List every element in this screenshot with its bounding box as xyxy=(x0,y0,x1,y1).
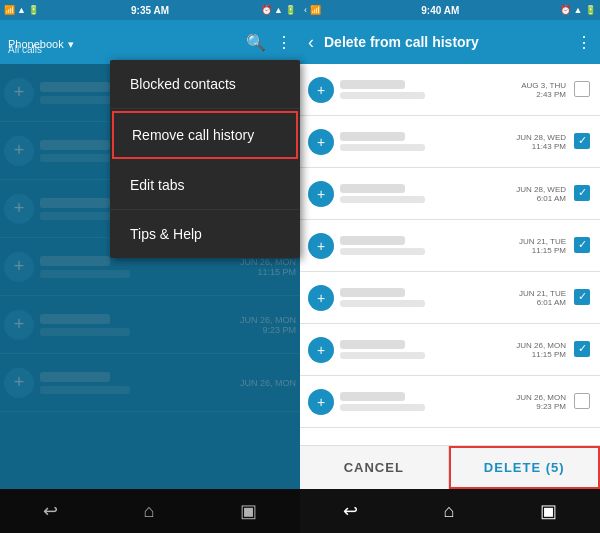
add-history-icon[interactable]: + xyxy=(308,129,334,155)
history-info xyxy=(340,184,516,203)
history-item: + JUN 26, MON9:23 PM xyxy=(300,376,600,428)
history-name xyxy=(340,236,405,245)
checkbox-3[interactable]: ✓ xyxy=(574,185,592,203)
add-history-icon[interactable]: + xyxy=(308,285,334,311)
dropdown-menu: Blocked contacts Remove call history Edi… xyxy=(110,60,300,258)
history-item: + JUN 21, TUE11:15 PM ✓ xyxy=(300,220,600,272)
edit-tabs-menu-item[interactable]: Edit tabs xyxy=(110,161,300,210)
recent-nav-icon-right[interactable]: ▣ xyxy=(540,500,557,522)
right-status-icons-right: ⏰ ▲ 🔋 xyxy=(560,5,596,15)
blocked-contacts-menu-item[interactable]: Blocked contacts xyxy=(110,60,300,109)
right-status-icons-left: ‹ 📶 xyxy=(304,5,321,15)
top-icons: 🔍 ⋮ xyxy=(246,33,292,52)
checked-box[interactable]: ✓ xyxy=(574,185,590,201)
battery2-icon: 🔋 xyxy=(285,5,296,15)
history-date: JUN 28, WED6:01 AM xyxy=(516,185,566,203)
history-date: JUN 21, TUE11:15 PM xyxy=(519,237,566,255)
history-item: + JUN 28, WED11:43 PM ✓ xyxy=(300,116,600,168)
checkbox-2[interactable]: ✓ xyxy=(574,133,592,151)
tips-help-menu-item[interactable]: Tips & Help xyxy=(110,210,300,258)
history-list: + AUG 3, THU2:43 PM + JUN 28, WED11:43 P… xyxy=(300,64,600,445)
right-nav-bar: ↩ ⌂ ▣ xyxy=(300,489,600,533)
history-info xyxy=(340,340,516,359)
signal2-icon: ▲ xyxy=(274,5,283,15)
right-screen: ‹ 📶 9:40 AM ⏰ ▲ 🔋 ‹ Delete from call his… xyxy=(300,0,600,533)
add-history-icon[interactable]: + xyxy=(308,77,334,103)
battery-icon: 🔋 xyxy=(28,5,39,15)
history-name xyxy=(340,288,405,297)
history-number xyxy=(340,196,425,203)
checkbox-1[interactable] xyxy=(574,81,592,99)
history-name xyxy=(340,340,405,349)
delete-title: Delete from call history xyxy=(324,34,570,50)
left-status-icons-right: ⏰ ▲ 🔋 xyxy=(261,5,296,15)
history-number xyxy=(340,404,425,411)
add-history-icon[interactable]: + xyxy=(308,181,334,207)
delete-button[interactable]: DELETE (5) xyxy=(449,446,601,489)
history-number xyxy=(340,300,425,307)
history-name xyxy=(340,184,405,193)
add-history-icon[interactable]: + xyxy=(308,389,334,415)
unchecked-box[interactable] xyxy=(574,393,590,409)
history-date: JUN 21, TUE6:01 AM xyxy=(519,289,566,307)
right-top-bar: ‹ Delete from call history ⋮ xyxy=(300,20,600,64)
history-item: + JUN 21, TUE6:01 AM ✓ xyxy=(300,272,600,324)
history-number xyxy=(340,144,425,151)
history-item: + JUN 26, MON11:15 PM ✓ xyxy=(300,324,600,376)
checked-box[interactable]: ✓ xyxy=(574,237,590,253)
left-status-bar: 📶 ▲ 🔋 9:35 AM ⏰ ▲ 🔋 xyxy=(0,0,300,20)
cancel-button[interactable]: CANCEL xyxy=(300,446,449,489)
signal4-icon: ▲ xyxy=(574,5,583,15)
history-date: JUN 26, MON11:15 PM xyxy=(516,341,566,359)
history-item: + JUN 28, WED6:01 AM ✓ xyxy=(300,168,600,220)
right-time: 9:40 AM xyxy=(421,5,459,16)
history-info xyxy=(340,236,519,255)
alarm-icon: ⏰ xyxy=(261,5,272,15)
phonebook-title: Phonebook ▾ xyxy=(8,34,240,51)
checkbox-7[interactable] xyxy=(574,393,592,411)
history-number xyxy=(340,92,425,99)
history-name xyxy=(340,132,405,141)
bottom-action-bar: CANCEL DELETE (5) xyxy=(300,445,600,489)
history-date: AUG 3, THU2:43 PM xyxy=(521,81,566,99)
signal-icon: 📶 xyxy=(4,5,15,15)
search-icon[interactable]: 🔍 xyxy=(246,33,266,52)
history-date: JUN 28, WED11:43 PM xyxy=(516,133,566,151)
dropdown-arrow[interactable]: ▾ xyxy=(68,38,74,50)
history-info xyxy=(340,132,516,151)
checked-box[interactable]: ✓ xyxy=(574,133,590,149)
history-date: JUN 26, MON9:23 PM xyxy=(516,393,566,411)
signal3-icon: 📶 xyxy=(310,5,321,15)
home-nav-icon-right[interactable]: ⌂ xyxy=(444,501,455,522)
history-number xyxy=(340,352,425,359)
more-icon[interactable]: ⋮ xyxy=(276,33,292,52)
checkbox-5[interactable]: ✓ xyxy=(574,289,592,307)
checked-box[interactable]: ✓ xyxy=(574,341,590,357)
battery3-icon: 🔋 xyxy=(585,5,596,15)
add-history-icon[interactable]: + xyxy=(308,337,334,363)
right-status-bar: ‹ 📶 9:40 AM ⏰ ▲ 🔋 xyxy=(300,0,600,20)
all-calls-subtitle: All calls xyxy=(8,44,42,55)
left-top-bar: Phonebook ▾ 🔍 ⋮ xyxy=(0,20,300,64)
back-icon-status: ‹ xyxy=(304,5,307,15)
history-number xyxy=(340,248,425,255)
history-name xyxy=(340,80,405,89)
left-status-icons-left: 📶 ▲ 🔋 xyxy=(4,5,39,15)
history-item: + AUG 3, THU2:43 PM xyxy=(300,64,600,116)
checked-box[interactable]: ✓ xyxy=(574,289,590,305)
back-nav-icon-right[interactable]: ↩ xyxy=(343,500,358,522)
add-history-icon[interactable]: + xyxy=(308,233,334,259)
back-button[interactable]: ‹ xyxy=(308,32,314,53)
history-name xyxy=(340,392,405,401)
left-time: 9:35 AM xyxy=(131,5,169,16)
unchecked-box[interactable] xyxy=(574,81,590,97)
right-more-icon[interactable]: ⋮ xyxy=(576,33,592,52)
checkbox-4[interactable]: ✓ xyxy=(574,237,592,255)
history-info xyxy=(340,80,521,99)
remove-call-history-menu-item[interactable]: Remove call history xyxy=(112,111,298,159)
history-info xyxy=(340,392,516,411)
alarm2-icon: ⏰ xyxy=(560,5,571,15)
left-screen: 📶 ▲ 🔋 9:35 AM ⏰ ▲ 🔋 Phonebook ▾ 🔍 ⋮ All … xyxy=(0,0,300,533)
history-info xyxy=(340,288,519,307)
checkbox-6[interactable]: ✓ xyxy=(574,341,592,359)
